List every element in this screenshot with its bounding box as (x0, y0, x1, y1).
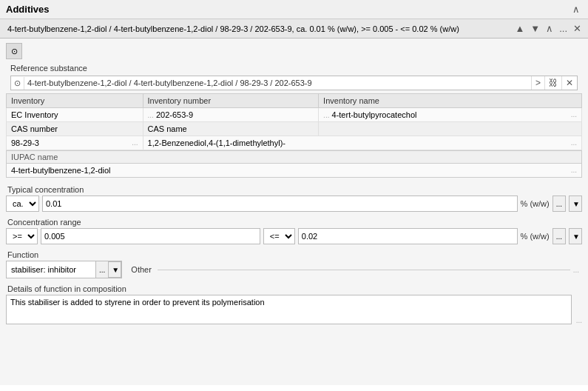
function-section: Function stabiliser: inhibitor ... ▼ Oth… (6, 247, 582, 278)
cas-label: CAS number (11, 124, 58, 133)
function-value: stabiliser: inhibitor (7, 264, 95, 275)
ref-substance-actions: > ⛓ ✕ (531, 76, 577, 90)
typical-concentration-row: ca. % (w/w) ... ▼ (6, 196, 582, 212)
cas-name-value: 1,2-Benzenediol,4-(1,1-dimethylethyl)- (148, 138, 285, 147)
cas-number-value: 98-29-3 (11, 138, 39, 147)
tab-down-icon[interactable]: ▼ (528, 22, 542, 35)
function-other-line (158, 270, 570, 270)
iupac-row: IUPAC name (6, 150, 582, 164)
collapse-button[interactable]: ∧ (570, 3, 582, 16)
typical-concentration-label: Typical concentration (6, 182, 582, 196)
cell-ec-inventory: EC Inventory (7, 108, 143, 122)
table-row: EC Inventory ... 202-653-9 ... 4-tert-bu… (7, 108, 582, 122)
concentration-range-label: Concentration range (6, 215, 582, 228)
function-other-dots: ... (573, 266, 579, 274)
ref-substance-arrow-btn[interactable]: > (531, 76, 544, 90)
cell-cas-label: CAS number (7, 122, 143, 136)
cell-cas-name-empty (319, 122, 582, 136)
concentration-range-dots-btn[interactable]: ... (552, 228, 566, 244)
col-header-inventory: Inventory (7, 94, 143, 108)
iupac-dots: ... (571, 166, 577, 175)
ec-inventory-label: EC Inventory (11, 110, 58, 119)
function-label: Function (6, 247, 582, 261)
reference-substance-input-row: ⊙ 4-tert-butylbenzene-1,2-diol / 4-tert-… (10, 76, 578, 90)
typical-concentration-dots-btn[interactable]: ... (552, 196, 566, 212)
iupac-value-row: 4-tert-butylbenzene-1,2-diol ... (6, 164, 582, 178)
cas-name-dots: ... (571, 138, 577, 147)
header: Additives ∧ (0, 0, 588, 19)
main-content: ⊙ Reference substance ⊙ 4-tert-butylbenz… (0, 39, 588, 385)
table-row: 98-29-3 ... 1,2-Benzenediol,4-(1,1-dimet… (7, 136, 582, 150)
tab-icon-group: ▲ ▼ ∧ ... ✕ (513, 22, 584, 35)
inventory-section: Inventory Inventory number Inventory nam… (6, 93, 582, 178)
details-row: This stabiliser is added to styrene in o… (6, 295, 582, 324)
ec-name-value: 4-tert-butylpyrocatechol (332, 110, 417, 119)
ref-substance-link-btn[interactable]: ⛓ (544, 76, 561, 90)
concentration-range-section: Concentration range >= <= % (w/w) ... ▼ (6, 215, 582, 244)
tab-expand-icon[interactable]: ∧ (544, 22, 555, 35)
lower-op-select[interactable]: >= (6, 228, 38, 244)
panel-icon[interactable]: ⊙ (6, 43, 22, 59)
details-section: Details of function in composition This … (6, 281, 582, 324)
typical-concentration-section: Typical concentration ca. % (w/w) ... ▼ (6, 182, 582, 212)
typical-concentration-qualifier[interactable]: ca. (6, 196, 39, 212)
concentration-range-unit: % (w/w) (521, 232, 550, 241)
ref-substance-close-btn[interactable]: ✕ (561, 76, 577, 90)
concentration-range-row: >= <= % (w/w) ... ▼ (6, 228, 582, 244)
cell-cas-name-label: CAS name (143, 122, 319, 136)
reference-substance-section: Reference substance ⊙ 4-tert-butylbenzen… (6, 62, 582, 90)
table-row: CAS number CAS name (7, 122, 582, 136)
function-select-wrap: stabiliser: inhibitor ... ▼ (6, 261, 122, 278)
concentration-range-dropdown-btn[interactable]: ▼ (569, 228, 582, 244)
cas-name-label: CAS name (148, 124, 187, 133)
inventory-table: Inventory Inventory number Inventory nam… (6, 93, 582, 150)
cas-dots: ... (132, 138, 138, 147)
ec-number-dots: ... (148, 111, 154, 119)
tab-up-icon[interactable]: ▲ (513, 22, 527, 35)
function-other-label: Other (125, 265, 152, 274)
col-header-name: Inventory name (319, 94, 582, 108)
details-label: Details of function in composition (6, 281, 582, 295)
typical-concentration-value[interactable] (42, 196, 518, 212)
cell-cas-name-value: 1,2-Benzenediol,4-(1,1-dimethylethyl)- .… (143, 136, 581, 150)
tab-close-button[interactable]: ✕ (571, 22, 584, 35)
lower-value-input[interactable] (41, 228, 260, 244)
tab-label: 4-tert-butylbenzene-1,2-diol / 4-tert-bu… (4, 21, 510, 36)
iupac-value: 4-tert-butylbenzene-1,2-diol (11, 166, 111, 175)
ec-name-dots: ... (571, 110, 577, 118)
upper-op-select[interactable]: <= (263, 228, 295, 244)
function-dots-btn[interactable]: ... (95, 261, 108, 278)
typical-concentration-unit: % (w/w) (521, 199, 550, 208)
ref-substance-value: 4-tert-butylbenzene-1,2-diol / 4-tert-bu… (24, 76, 531, 90)
header-icon-group: ∧ (570, 3, 582, 16)
cell-ec-name: ... 4-tert-butylpyrocatechol ... (319, 108, 582, 122)
header-title: Additives (6, 4, 50, 15)
cell-ec-number: ... 202-653-9 (143, 108, 319, 122)
panel-icon-row: ⊙ (6, 43, 582, 59)
ec-number-value: 202-653-9 (156, 110, 193, 119)
details-textarea[interactable]: This stabiliser is added to styrene in o… (6, 295, 572, 324)
typical-concentration-dropdown-btn[interactable]: ▼ (569, 196, 582, 212)
tab-dots-button[interactable]: ... (557, 22, 570, 35)
ec-number-dots2: ... (323, 111, 329, 119)
iupac-label: IUPAC name (11, 153, 58, 161)
tab-row: 4-tert-butylbenzene-1,2-diol / 4-tert-bu… (0, 19, 588, 39)
ref-substance-icon: ⊙ (11, 77, 24, 90)
col-header-number: Inventory number (143, 94, 319, 108)
cell-cas-number: 98-29-3 ... (7, 136, 143, 150)
upper-value-input[interactable] (298, 228, 518, 244)
function-row: stabiliser: inhibitor ... ▼ Other ... (6, 261, 582, 278)
reference-substance-label: Reference substance (6, 62, 582, 74)
details-dots: ... (576, 316, 582, 324)
function-dropdown-btn[interactable]: ▼ (108, 261, 121, 278)
